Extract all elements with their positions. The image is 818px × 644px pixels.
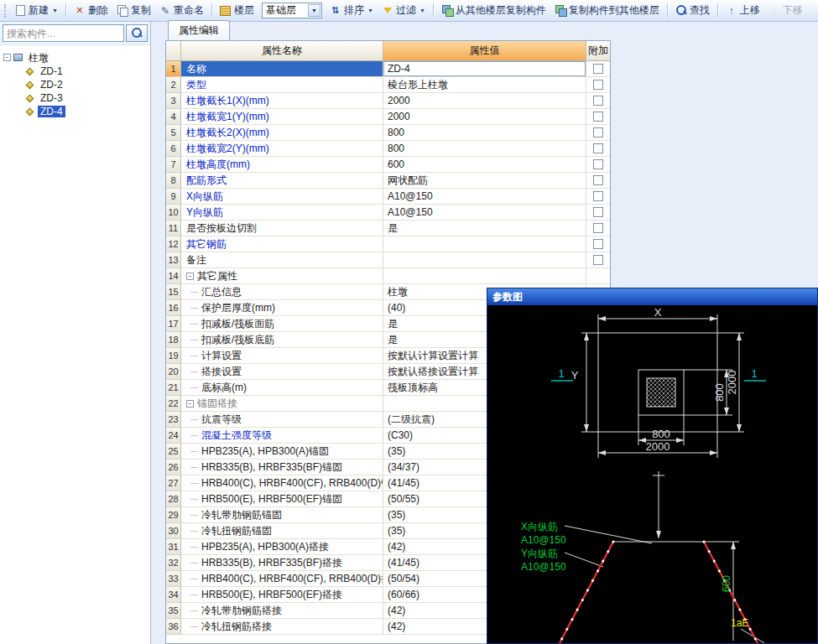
row-number[interactable]: 26	[166, 460, 181, 475]
property-value-cell[interactable]	[383, 252, 586, 268]
property-name-cell[interactable]: 抗震等级	[181, 412, 383, 428]
property-name-cell[interactable]: Y向纵筋	[181, 205, 383, 221]
property-name-cell[interactable]: 备注	[181, 252, 383, 268]
property-name-cell[interactable]: HPB235(A), HPB300(A)搭接	[181, 539, 383, 555]
row-number[interactable]: 19	[166, 348, 181, 364]
attach-checkbox[interactable]	[593, 175, 603, 185]
property-value-cell[interactable]: A10@150	[383, 189, 586, 205]
row-number[interactable]: 10	[166, 205, 181, 221]
row-number[interactable]: 6	[166, 141, 181, 157]
collapse-toggle-icon[interactable]: -	[186, 400, 194, 408]
property-value-cell[interactable]: ZD-4	[383, 61, 586, 77]
row-number[interactable]: 30	[166, 523, 181, 539]
property-value-cell[interactable]: 2000	[383, 109, 586, 125]
toolbar-button-copy-to-floor[interactable]: 复制构件到其他楼层	[550, 2, 664, 19]
row-number[interactable]: 27	[166, 475, 181, 491]
toolbar-button-rename[interactable]: 重命名	[155, 2, 208, 19]
toolbar-button-find[interactable]: 查找	[671, 2, 714, 19]
property-name-cell[interactable]: 配筋形式	[181, 173, 383, 189]
property-name-cell[interactable]: 底标高(m)	[181, 380, 383, 396]
row-number[interactable]: 34	[166, 587, 181, 603]
row-number[interactable]: 33	[166, 571, 181, 587]
tree-item-zd-4[interactable]: ZD-4	[0, 105, 150, 118]
search-input[interactable]	[3, 24, 124, 42]
row-number[interactable]: 21	[166, 380, 181, 396]
property-name-cell[interactable]: 类型	[181, 77, 383, 93]
row-number[interactable]: 13	[166, 252, 181, 268]
toolbar-button-floor[interactable]: 楼层	[216, 2, 258, 19]
row-number[interactable]: 15	[166, 284, 181, 300]
row-number[interactable]: 4	[166, 109, 181, 125]
property-name-cell[interactable]: 柱墩截长2(X)(mm)	[181, 125, 383, 141]
property-value-cell[interactable]: 2000	[383, 93, 586, 109]
property-name-cell[interactable]: HRB500(E), HRBF500(EF)锚固	[181, 491, 383, 507]
toolbar-button-sort[interactable]: 排序▼	[326, 2, 378, 19]
attach-checkbox[interactable]	[593, 143, 603, 153]
attach-checkbox[interactable]	[593, 112, 603, 122]
property-value-cell[interactable]	[383, 236, 586, 252]
toolbar-button-copy-from-floor[interactable]: 从其他楼层复制构件	[437, 2, 550, 19]
row-number[interactable]: 16	[166, 300, 181, 316]
property-name-cell[interactable]: 计算设置	[181, 348, 383, 364]
search-button[interactable]	[126, 24, 148, 42]
property-name-cell[interactable]: HRB335(B), HRBF335(BF)锚固	[181, 460, 383, 475]
collapse-toggle-icon[interactable]: -	[3, 54, 11, 61]
property-name-cell[interactable]: -其它属性	[181, 268, 383, 284]
property-name-cell[interactable]: 柱墩截宽2(Y)(mm)	[181, 141, 383, 157]
row-number[interactable]: 23	[166, 412, 181, 428]
property-name-cell[interactable]: X向纵筋	[181, 189, 383, 205]
property-name-cell[interactable]: 柱墩截宽1(Y)(mm)	[181, 109, 383, 125]
row-number[interactable]: 8	[166, 173, 181, 189]
property-name-cell[interactable]: 柱墩高度(mm)	[181, 157, 383, 173]
property-name-cell[interactable]: 保护层厚度(mm)	[181, 300, 383, 316]
property-name-cell[interactable]: 名称	[181, 61, 383, 77]
property-name-cell[interactable]: 冷轧扭钢筋锚固	[181, 523, 383, 539]
attach-checkbox[interactable]	[593, 191, 603, 201]
row-number[interactable]: 17	[166, 316, 181, 332]
row-number[interactable]: 32	[166, 555, 181, 571]
property-name-cell[interactable]: 冷轧扭钢筋搭接	[181, 619, 383, 635]
row-number[interactable]: 36	[166, 619, 181, 635]
property-value-cell[interactable]: 是	[383, 221, 586, 236]
row-number[interactable]: 9	[166, 189, 181, 205]
toolbar-button-move-up[interactable]: 上移	[722, 2, 764, 19]
property-name-cell[interactable]: 是否按板边切割	[181, 221, 383, 236]
attach-checkbox[interactable]	[593, 159, 603, 169]
row-number[interactable]: 24	[166, 428, 181, 444]
row-number[interactable]: 35	[166, 603, 181, 619]
floor-select[interactable]: 基础层▼	[262, 3, 322, 18]
row-number[interactable]: 25	[166, 444, 181, 460]
property-name-cell[interactable]: 扣减板/筏板底筋	[181, 332, 383, 348]
property-value-cell[interactable]: 棱台形上柱墩	[383, 77, 586, 93]
tree-item-zd-1[interactable]: ZD-1	[0, 65, 150, 78]
property-name-cell[interactable]: 其它钢筋	[181, 236, 383, 252]
attach-checkbox[interactable]	[593, 64, 603, 74]
attach-checkbox[interactable]	[593, 255, 603, 265]
property-value-cell[interactable]: 网状配筋	[383, 173, 586, 189]
tree-item-zd-3[interactable]: ZD-3	[0, 91, 150, 105]
property-value-cell[interactable]	[383, 268, 586, 284]
attach-checkbox[interactable]	[593, 223, 603, 233]
row-number[interactable]: 31	[166, 539, 181, 555]
attach-checkbox[interactable]	[593, 96, 603, 106]
toolbar-grip[interactable]	[4, 4, 7, 18]
property-name-cell[interactable]: HRB335(B), HRBF335(BF)搭接	[181, 555, 383, 571]
row-number[interactable]: 3	[166, 93, 181, 109]
property-name-cell[interactable]: HRB400(C), HRBF400(CF), RRB400(D)锚	[181, 475, 383, 491]
chevron-down-icon[interactable]: ▼	[308, 4, 320, 17]
property-name-cell[interactable]: 柱墩截长1(X)(mm)	[181, 93, 383, 109]
property-value-cell[interactable]: 600	[383, 157, 586, 173]
toolbar-button-copy[interactable]: 复制	[112, 2, 155, 19]
row-number[interactable]: 7	[166, 157, 181, 173]
property-name-cell[interactable]: HRB500(E), HRBF500(EF)搭接	[181, 587, 383, 603]
property-value-cell[interactable]: A10@150	[383, 205, 586, 221]
row-number[interactable]: 22	[166, 396, 181, 412]
attach-checkbox[interactable]	[593, 80, 603, 90]
window-title-bar[interactable]: 参数图	[487, 288, 817, 305]
property-name-cell[interactable]: 冷轧带肋钢筋搭接	[181, 603, 383, 619]
row-number[interactable]: 11	[166, 221, 181, 236]
property-name-cell[interactable]: 搭接设置	[181, 364, 383, 380]
row-number[interactable]: 2	[166, 77, 181, 93]
property-name-cell[interactable]: HPB235(A), HPB300(A)锚固	[181, 444, 383, 460]
toolbar-button-new[interactable]: 新建▼	[10, 2, 62, 19]
